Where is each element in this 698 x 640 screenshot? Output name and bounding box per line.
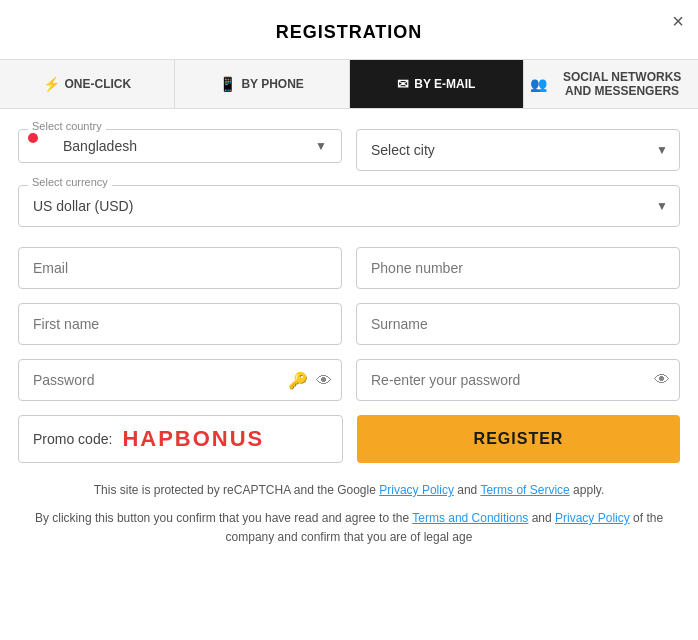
form-body: Select country Bangladesh ▼ Select city … (0, 109, 698, 463)
password-field-group: 🔑 👁 (18, 359, 342, 401)
city-field: Select city ▼ (356, 129, 680, 171)
country-value: Bangladesh (63, 138, 307, 154)
surname-input[interactable] (356, 303, 680, 345)
city-select[interactable]: Select city (356, 129, 680, 171)
country-chevron-icon: ▼ (315, 139, 327, 153)
disclaimer-start: By clicking this button you confirm that… (35, 511, 409, 525)
phone-icon: 📱 (219, 76, 236, 92)
tab-social-label: SOCIAL NETWORKS AND MESSENGERS (552, 70, 692, 98)
tab-by-phone-label: BY PHONE (241, 77, 303, 91)
close-button[interactable]: × (672, 10, 684, 33)
bangladesh-flag (33, 138, 55, 154)
tab-by-phone[interactable]: 📱 BY PHONE (175, 60, 350, 108)
currency-field: Select currency US dollar (USD) ▼ (18, 185, 680, 227)
currency-label: Select currency (28, 176, 112, 188)
and-text: and (457, 483, 477, 497)
social-icon: 👥 (530, 76, 547, 92)
country-city-row: Select country Bangladesh ▼ Select city … (18, 129, 680, 171)
recaptcha-text: This site is protected by reCAPTCHA and … (94, 483, 376, 497)
privacy-policy2-link[interactable]: Privacy Policy (555, 511, 630, 525)
terms-conditions-link[interactable]: Terms and Conditions (412, 511, 528, 525)
terms-notice: By clicking this button you confirm that… (18, 509, 680, 547)
tab-bar: ⚡ ONE-CLICK 📱 BY PHONE ✉ BY E-MAIL 👥 SOC… (0, 59, 698, 109)
recaptcha-notice: This site is protected by reCAPTCHA and … (18, 481, 680, 499)
phone-field-group (356, 247, 680, 289)
email-field-group (18, 247, 342, 289)
country-select[interactable]: Bangladesh ▼ (18, 129, 342, 163)
country-label: Select country (28, 120, 106, 132)
tab-social[interactable]: 👥 SOCIAL NETWORKS AND MESSENGERS (524, 60, 698, 108)
password-row: 🔑 👁 👁 (18, 359, 680, 401)
key-icon: 🔑 (288, 371, 308, 390)
repassword-eye-icon[interactable]: 👁 (654, 371, 670, 389)
currency-select[interactable]: US dollar (USD) (18, 185, 680, 227)
promo-label: Promo code: (33, 431, 112, 447)
email-icon: ✉ (397, 76, 409, 92)
repassword-icons: 👁 (654, 371, 670, 389)
firstname-input[interactable] (18, 303, 342, 345)
promo-box: Promo code: HAPBONUS (18, 415, 343, 463)
firstname-field-group (18, 303, 342, 345)
tab-one-click[interactable]: ⚡ ONE-CLICK (0, 60, 175, 108)
email-phone-row (18, 247, 680, 289)
lightning-icon: ⚡ (43, 76, 60, 92)
promo-value: HAPBONUS (122, 426, 264, 452)
privacy-policy-link[interactable]: Privacy Policy (379, 483, 454, 497)
password-icons: 🔑 👁 (288, 371, 332, 390)
promo-register-row: Promo code: HAPBONUS REGISTER (18, 415, 680, 463)
register-button[interactable]: REGISTER (357, 415, 680, 463)
disclaimer-and: and (532, 511, 552, 525)
terms-of-service-link[interactable]: Terms of Service (480, 483, 569, 497)
phone-input[interactable] (356, 247, 680, 289)
tab-by-email-label: BY E-MAIL (414, 77, 475, 91)
registration-modal: × REGISTRATION ⚡ ONE-CLICK 📱 BY PHONE ✉ … (0, 0, 698, 640)
country-field: Select country Bangladesh ▼ (18, 129, 342, 171)
modal-title: REGISTRATION (0, 0, 698, 59)
surname-field-group (356, 303, 680, 345)
tab-one-click-label: ONE-CLICK (65, 77, 132, 91)
email-input[interactable] (18, 247, 342, 289)
currency-row: Select currency US dollar (USD) ▼ (18, 185, 680, 227)
repassword-input[interactable] (356, 359, 680, 401)
tab-by-email[interactable]: ✉ BY E-MAIL (350, 60, 525, 108)
eye-icon[interactable]: 👁 (316, 371, 332, 389)
name-row (18, 303, 680, 345)
repassword-field-group: 👁 (356, 359, 680, 401)
apply-text: apply. (573, 483, 604, 497)
